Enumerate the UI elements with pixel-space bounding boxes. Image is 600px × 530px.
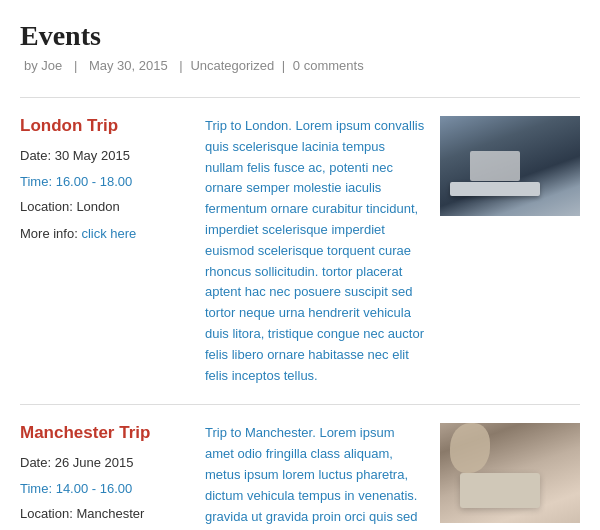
meta-sep3: | xyxy=(282,58,285,73)
meta-comments-link[interactable]: 0 comments xyxy=(293,58,364,73)
meta-sep1: | xyxy=(74,58,77,73)
event-description: Trip to London. Lorem ipsum convallis qu… xyxy=(205,116,440,386)
event-left-panel: Manchester Trip Date: 26 June 2015 Time:… xyxy=(20,423,205,530)
event-time: Time: 16.00 - 18.00 xyxy=(20,174,191,189)
event-time: Time: 14.00 - 16.00 xyxy=(20,481,191,496)
event-more-info-link[interactable]: click here xyxy=(81,226,136,241)
event-date: Date: 26 June 2015 xyxy=(20,453,191,473)
meta-sep2: | xyxy=(179,58,182,73)
meta-date: May 30, 2015 xyxy=(89,58,168,73)
event-date: Date: 30 May 2015 xyxy=(20,146,191,166)
event-title: Manchester Trip xyxy=(20,423,191,443)
event-location: Location: Manchester xyxy=(20,504,191,524)
meta-bar: by Joe | May 30, 2015 | Uncategorized | … xyxy=(20,58,580,73)
meta-author: by Joe xyxy=(24,58,62,73)
event-item: London Trip Date: 30 May 2015 Time: 16.0… xyxy=(20,97,580,404)
page-title: Events xyxy=(20,20,580,52)
event-title: London Trip xyxy=(20,116,191,136)
meta-category-link[interactable]: Uncategorized xyxy=(190,58,274,73)
event-location: Location: London xyxy=(20,197,191,217)
event-item: Manchester Trip Date: 26 June 2015 Time:… xyxy=(20,404,580,530)
event-image xyxy=(440,116,580,216)
event-image xyxy=(440,423,580,523)
event-photo xyxy=(440,423,580,523)
event-description: Trip to Manchester. Lorem ipsum amet odi… xyxy=(205,423,440,530)
event-photo xyxy=(440,116,580,216)
event-more-info: More info: click here xyxy=(20,224,191,244)
event-left-panel: London Trip Date: 30 May 2015 Time: 16.0… xyxy=(20,116,205,386)
